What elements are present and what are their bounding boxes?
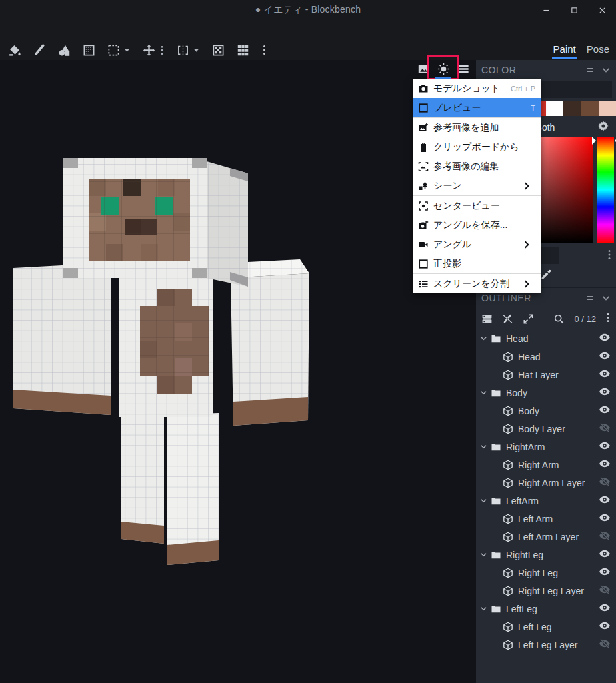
cube-label[interactable]: Body	[518, 406, 599, 416]
chevron-down-icon[interactable]	[601, 293, 611, 303]
menu-item[interactable]: モデルショット Ctrl + P	[413, 79, 541, 98]
shapes-tool[interactable]	[52, 40, 77, 60]
outliner-group-row[interactable]: LeftArm	[476, 492, 616, 510]
outliner-cube-row[interactable]: Left Arm Layer	[476, 528, 616, 546]
hue-slider[interactable]	[597, 137, 614, 243]
outliner-group-row[interactable]: RightArm	[476, 438, 616, 456]
marquee-select-tool[interactable]	[101, 40, 137, 60]
yeti-model[interactable]	[0, 60, 476, 683]
hide-painting-icon[interactable]	[502, 313, 513, 325]
outliner-cube-row[interactable]: Left Leg Layer	[476, 636, 616, 654]
outliner-cube-row[interactable]: Head	[476, 348, 616, 366]
menu-item[interactable]: 参考画像を追加	[413, 118, 541, 137]
close-button[interactable]	[588, 0, 616, 20]
chevron-down-icon[interactable]	[480, 605, 487, 612]
eyedropper-icon[interactable]	[540, 269, 552, 281]
mode-tab-pose[interactable]: Pose	[581, 41, 615, 60]
expand-all-icon[interactable]	[523, 313, 534, 325]
cube-label[interactable]: Right Leg Layer	[518, 586, 599, 596]
menu-item[interactable]: 参考画像の編集	[413, 157, 541, 176]
drag-handle-icon[interactable]	[585, 65, 595, 75]
visibility-toggle[interactable]	[599, 404, 612, 418]
visibility-toggle[interactable]	[599, 548, 612, 562]
cube-label[interactable]: Left Arm	[518, 514, 599, 524]
fill-bucket-tool[interactable]	[3, 40, 27, 60]
gear-icon[interactable]	[597, 120, 609, 135]
menu-item[interactable]: センタービュー	[413, 196, 541, 215]
color-swatch[interactable]	[546, 101, 563, 116]
toggle-options-icon[interactable]	[481, 313, 493, 325]
group-label[interactable]: LeftLeg	[506, 604, 599, 614]
chevron-down-icon[interactable]	[480, 389, 487, 396]
outliner-cube-row[interactable]: Hat Layer	[476, 366, 616, 384]
outliner-cube-row[interactable]: Body	[476, 402, 616, 420]
maximize-button[interactable]	[560, 0, 588, 20]
menu-item[interactable]: スクリーンを分割	[413, 274, 541, 293]
cube-label[interactable]: Body Layer	[518, 424, 599, 434]
visibility-toggle[interactable]	[599, 566, 612, 580]
outliner-cube-row[interactable]: Right Leg	[476, 564, 616, 582]
menu-item[interactable]: クリップボードから	[413, 137, 541, 157]
cube-label[interactable]: Right Arm	[518, 460, 599, 470]
visibility-toggle[interactable]	[599, 350, 612, 364]
cube-label[interactable]: Left Leg Layer	[518, 640, 599, 650]
visibility-toggle[interactable]	[599, 620, 612, 634]
gradient-tool[interactable]	[77, 40, 101, 60]
outliner-group-row[interactable]: Head	[476, 329, 616, 348]
visibility-toggle[interactable]	[599, 530, 612, 544]
kebab-tool[interactable]	[255, 40, 273, 60]
outliner-cube-row[interactable]: Body Layer	[476, 420, 616, 438]
visibility-toggle[interactable]	[599, 476, 612, 490]
visibility-toggle[interactable]	[599, 440, 612, 454]
move-tool[interactable]	[137, 40, 171, 60]
outliner-cube-row[interactable]: Right Arm	[476, 456, 616, 474]
minimize-button[interactable]	[532, 0, 560, 20]
outliner-cube-row[interactable]: Right Leg Layer	[476, 582, 616, 600]
background-image-button[interactable]	[413, 59, 433, 79]
mirror-paint-tool[interactable]	[171, 40, 206, 60]
cube-label[interactable]: Head	[518, 352, 599, 362]
chevron-down-icon[interactable]	[601, 65, 611, 75]
menu-item[interactable]: プレビュー T	[413, 98, 541, 117]
visibility-toggle[interactable]	[599, 386, 612, 400]
sun-button[interactable]	[433, 59, 453, 79]
visibility-toggle[interactable]	[599, 584, 612, 598]
viewport[interactable]	[0, 60, 476, 683]
mode-tab-paint[interactable]: Paint	[548, 41, 581, 60]
visibility-toggle[interactable]	[599, 458, 612, 472]
visibility-toggle[interactable]	[599, 602, 612, 616]
cube-label[interactable]: Right Leg	[518, 568, 599, 578]
visibility-toggle[interactable]	[599, 331, 612, 346]
cube-label[interactable]: Right Arm Layer	[518, 478, 599, 488]
chevron-down-icon[interactable]	[480, 551, 487, 558]
group-label[interactable]: Body	[506, 388, 599, 398]
visibility-toggle[interactable]	[599, 494, 612, 508]
drag-handle-icon[interactable]	[585, 293, 595, 303]
group-label[interactable]: RightLeg	[506, 550, 599, 560]
group-label[interactable]: LeftArm	[506, 496, 599, 506]
outliner-cube-row[interactable]: Left Arm	[476, 510, 616, 528]
visibility-toggle[interactable]	[599, 512, 612, 526]
menu-item[interactable]: シーン	[413, 176, 541, 195]
outliner-cube-row[interactable]: Right Arm Layer	[476, 474, 616, 492]
chevron-down-icon[interactable]	[480, 443, 487, 450]
cube-label[interactable]: Hat Layer	[518, 370, 599, 380]
group-label[interactable]: RightArm	[506, 442, 599, 452]
cube-label[interactable]: Left Arm Layer	[518, 532, 599, 542]
outliner-cube-row[interactable]: Left Leg	[476, 618, 616, 636]
chevron-down-icon[interactable]	[480, 497, 487, 504]
color-swatch[interactable]	[599, 101, 616, 116]
pixel-grid-tool[interactable]	[231, 40, 255, 60]
hamburger-button[interactable]	[453, 59, 473, 79]
paint-brush-tool[interactable]	[27, 40, 52, 60]
checkerboard-tool[interactable]	[206, 40, 231, 60]
visibility-toggle[interactable]	[599, 638, 612, 652]
menu-item[interactable]: 正投影	[413, 254, 541, 273]
color-swatch[interactable]	[563, 101, 581, 116]
color-swatch[interactable]	[581, 101, 599, 116]
cube-label[interactable]: Left Leg	[518, 622, 599, 632]
outliner-group-row[interactable]: LeftLeg	[476, 600, 616, 618]
visibility-toggle[interactable]	[599, 422, 612, 436]
search-icon[interactable]	[553, 313, 565, 325]
menu-item[interactable]: アングル	[413, 235, 541, 254]
